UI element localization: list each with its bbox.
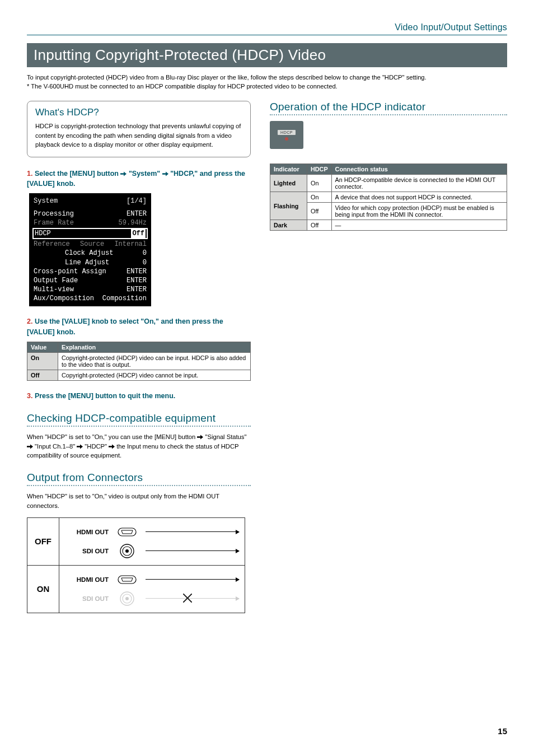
menu-row-val: Internal (114, 240, 147, 249)
system-menu-screenshot: System[1/4] ProcessingENTER Frame Rate59… (29, 193, 151, 306)
step-2-text: Use the [VALUE] knob to select "On," and… (27, 318, 223, 335)
output-blocked-arrow-icon (146, 598, 239, 599)
arrow-right-icon (77, 444, 83, 449)
cell-conn: A device that does not support HDCP is c… (331, 192, 507, 203)
diagram-off-label: OFF (27, 518, 59, 566)
menu-row: Output Fade (34, 276, 78, 285)
step-1: 1. Select the [MENU] button "System" "HD… (27, 169, 251, 189)
cell-hdcp: On (307, 192, 332, 203)
menu-row: Processing (34, 209, 74, 218)
step-1-num: 1. (27, 170, 32, 178)
menu-row-val: ENTER (127, 209, 147, 218)
cell-flashing: Flashing (270, 192, 307, 220)
arrow-right-icon (27, 444, 33, 449)
menu-row-val: 59.94Hz (119, 218, 147, 227)
svg-rect-4 (118, 576, 136, 584)
sdi-port-icon-disabled (116, 591, 138, 606)
output-diagram: OFF ON HDMI OUT SDI OUT (27, 517, 245, 613)
arrow-right-icon (197, 435, 203, 440)
page-number: 15 (498, 726, 507, 736)
th-value: Value (27, 342, 58, 352)
whats-hdcp-title: What's HDCP? (35, 107, 242, 118)
whats-hdcp-box: What's HDCP? HDCP is copyright-protectio… (27, 101, 251, 157)
left-column: What's HDCP? HDCP is copyright-protectio… (27, 101, 251, 613)
output-arrow-icon (146, 579, 239, 580)
cell-off: Off (27, 370, 58, 380)
hdmi-out-label: HDMI OUT (65, 528, 109, 535)
hdmi-port-icon (116, 528, 138, 536)
svg-point-7 (125, 597, 129, 600)
cell-off-explanation: Copyright-protected (HDCP) video cannot … (58, 370, 251, 380)
menu-row-val: ENTER (127, 276, 147, 285)
sdi-out-label-disabled: SDI OUT (65, 595, 109, 602)
section-header: Video Input/Output Settings (27, 22, 507, 35)
page-title: Inputting Copyright-Protected (HDCP) Vid… (27, 43, 507, 67)
cell-hdcp: Off (307, 203, 332, 220)
section-title: Video Input/Output Settings (395, 22, 507, 32)
menu-row: Line Adjust (34, 258, 143, 267)
output-arrow-icon (146, 550, 239, 551)
menu-row: Aux/Composition (34, 294, 94, 303)
cell-dark: Dark (270, 220, 307, 231)
svg-point-3 (125, 549, 129, 553)
dotted-divider (27, 426, 251, 427)
output-arrow-icon (146, 531, 239, 532)
cell-conn: Video for which copy protection (HDCP) m… (331, 203, 507, 220)
intro-block: To input copyright-protected (HDCP) vide… (27, 73, 507, 91)
cell-hdcp: On (307, 175, 332, 192)
dotted-divider (27, 485, 251, 486)
sdi-out-label: SDI OUT (65, 547, 109, 554)
menu-row-val: ENTER (127, 285, 147, 294)
cell-on-explanation: Copyright-protected (HDCP) video can be … (58, 352, 251, 370)
menu-title: System (34, 197, 58, 206)
th-indicator: Indicator (270, 164, 307, 175)
hdcp-indicator-badge: HDCP (278, 130, 296, 135)
menu-row-val: 0 (143, 258, 147, 267)
menu-row-val: 0 (143, 249, 147, 258)
step-2: 2. Use the [VALUE] knob to select "On," … (27, 316, 251, 337)
step-1-text-a: Select the [MENU] button (35, 170, 120, 178)
hdmi-out-label: HDMI OUT (65, 576, 109, 583)
intro-line-2: * The V-600UHD must be connected to an H… (27, 82, 507, 91)
cell-conn: An HDCP-compatible device is connected t… (331, 175, 507, 192)
svg-rect-0 (118, 528, 136, 536)
output-conn-title: Output from Connectors (27, 472, 251, 484)
step-3: 3. Press the [MENU] button to quit the m… (27, 391, 251, 401)
arrow-right-icon (162, 171, 168, 176)
menu-row: Multi-view (34, 285, 74, 294)
menu-row: Frame Rate (34, 218, 74, 227)
checking-title: Checking HDCP-compatible equipment (27, 412, 251, 424)
menu-row: Clock Adjust (34, 249, 143, 258)
hdcp-indicator-title: Operation of the HDCP indicator (270, 101, 507, 113)
menu-row-val: Composition (102, 294, 147, 303)
arrow-right-icon (120, 171, 127, 176)
arrow-right-icon (109, 444, 115, 449)
value-explanation-table: ValueExplanation OnCopyright-protected (… (27, 342, 251, 381)
th-explanation: Explanation (58, 342, 251, 352)
th-connection: Connection status (331, 164, 507, 175)
menu-row: Source (70, 240, 115, 249)
step-3-text: Press the [MENU] button to quit the menu… (35, 392, 175, 400)
hdmi-port-icon (116, 575, 138, 584)
menu-page: [1/4] (127, 197, 147, 206)
menu-row: Reference (34, 240, 70, 249)
dotted-divider (270, 114, 507, 115)
menu-row-val: ENTER (127, 267, 147, 276)
output-conn-text: When "HDCP" is set to "On," video is out… (27, 492, 251, 511)
sdi-port-icon (116, 543, 138, 559)
step-2-num: 2. (27, 318, 32, 325)
intro-line-1: To input copyright-protected (HDCP) vide… (27, 73, 507, 82)
menu-hdcp-label: HDCP (35, 229, 51, 238)
step-1-text-b: "System" (129, 170, 162, 178)
cell-on: On (27, 352, 58, 370)
menu-row: Cross-point Assign (34, 267, 106, 276)
checking-text: When "HDCP" is set to "On," you can use … (27, 432, 251, 460)
hdcp-indicator-graphic: HDCP (270, 121, 303, 149)
cell-lighted: Lighted (270, 175, 307, 192)
cell-conn: — (331, 220, 507, 231)
th-hdcp: HDCP (307, 164, 332, 175)
indicator-status-table: Indicator HDCP Connection status Lighted… (270, 164, 507, 231)
cell-hdcp: Off (307, 220, 332, 231)
right-column: Operation of the HDCP indicator HDCP Ind… (270, 101, 507, 613)
whats-hdcp-text: HDCP is copyright-protection technology … (35, 122, 242, 149)
